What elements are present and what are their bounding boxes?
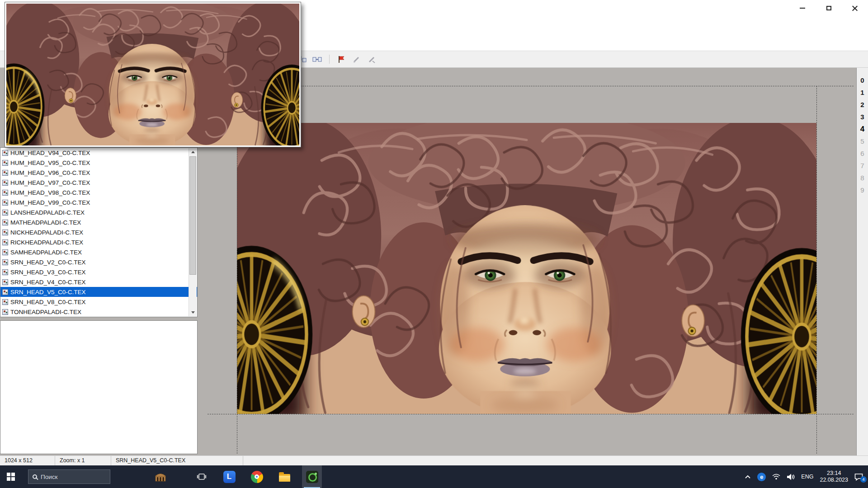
scrollbar-thumb[interactable] [189,156,196,275]
tex-file-icon [2,200,8,206]
mip-level-6[interactable]: 6 [857,147,868,160]
taskbar-clock[interactable]: 23:14 22.08.2023 [820,470,848,483]
tex-file-icon [2,259,8,265]
file-list-item[interactable]: HUM_HEAD_V96_C0-C.TEX [0,168,197,178]
mip-level-0[interactable]: 0 [857,74,868,86]
file-name: HUM_HEAD_V95_C0-C.TEX [10,160,90,166]
file-list-item[interactable]: HUM_HEAD_V94_C0-C.TEX [0,148,197,158]
tex-file-icon [2,239,8,245]
link-tiles-button[interactable] [311,53,323,65]
file-name: SRN_HEAD_V5_C0-C.TEX [10,289,86,296]
notification-badge: 4 [860,476,867,483]
volume-icon[interactable] [787,474,795,480]
mip-level-9[interactable]: 9 [857,184,868,196]
toolbar-icons [296,53,378,65]
file-name: HUM_HEAD_V99_C0-C.TEX [10,199,90,206]
file-name: SRN_HEAD_V2_C0-C.TEX [10,259,86,266]
edit-disabled-button[interactable] [351,53,363,65]
file-list-item[interactable]: HUM_HEAD_V99_C0-C.TEX [0,197,197,207]
texture-preview[interactable] [5,2,301,147]
search-icon [33,474,37,479]
tex-file-icon [2,289,8,295]
mip-level-3[interactable]: 3 [857,111,868,123]
file-name: SAMHEADPALADI-C.TEX [10,249,82,256]
file-list-item[interactable]: LANSHEADPALADI-C.TEX [0,207,197,217]
search-input[interactable] [41,474,99,480]
antivirus-letter: e [760,474,763,480]
taskbar-search[interactable] [28,469,110,484]
close-button[interactable] [842,0,868,16]
file-name: SRN_HEAD_V8_C0-C.TEX [10,299,86,305]
notification-center-button[interactable]: 4 [854,473,863,481]
tex-file-icon [2,279,8,285]
taskbar-app-texviewer-active[interactable] [302,465,322,488]
game-app-icon [155,471,166,482]
tex-file-icon [2,190,8,196]
toolbar-separator [329,55,330,64]
file-list-item[interactable]: RICKHEADPALADI-C.TEX [0,237,197,247]
file-list-item[interactable]: HUM_HEAD_V98_C0-C.TEX [0,188,197,197]
tex-file-icon [2,150,8,156]
start-button[interactable] [0,465,22,488]
selection-guide-top [237,86,854,86]
tray-expand-icon[interactable] [745,474,751,479]
flag-button[interactable] [335,53,347,65]
file-list-item[interactable]: SAMHEADPALADI-C.TEX [0,247,197,257]
tex-file-icon [2,210,8,216]
minimize-button[interactable] [789,0,816,16]
tex-file-icon [2,299,8,305]
file-name: NICKHEADPALADI-C.TEX [10,229,83,236]
network-icon[interactable] [772,474,780,480]
taskbar-app-game[interactable] [151,465,170,488]
file-list: HUM_HEAD_V94_C0-C.TEX HUM_HEAD_V95_C0-C.… [0,147,198,317]
file-name: LANSHEADPALADI-C.TEX [10,209,85,216]
status-filler [243,456,868,465]
details-panel [0,320,198,454]
file-name: HUM_HEAD_V94_C0-C.TEX [10,150,90,156]
taskbar-app-chrome[interactable] [247,465,267,488]
taskbar-app-explorer[interactable] [274,465,294,488]
cut-disabled-button[interactable] [366,53,378,65]
mip-level-1[interactable]: 1 [857,86,868,99]
maximize-button[interactable] [816,0,842,16]
file-list-scrollbar[interactable] [189,148,197,316]
file-list-item-selected[interactable]: SRN_HEAD_V5_C0-C.TEX [0,287,197,297]
red-flag-icon [337,56,345,63]
caption-buttons [789,0,868,16]
clock-date: 22.08.2023 [820,477,848,483]
file-name: SRN_HEAD_V4_C0-C.TEX [10,279,86,286]
taskbar-app-l[interactable]: L [219,465,239,488]
antivirus-icon[interactable]: e [757,473,766,481]
mip-level-8[interactable]: 8 [857,172,868,184]
file-list-item[interactable]: SRN_HEAD_V8_C0-C.TEX [0,297,197,307]
file-list-item[interactable]: NICKHEADPALADI-C.TEX [0,227,197,237]
scroll-down-button[interactable] [189,309,197,316]
file-list-item[interactable]: SRN_HEAD_V4_C0-C.TEX [0,277,197,287]
file-list-item[interactable]: HUM_HEAD_V95_C0-C.TEX [0,158,197,168]
tex-file-icon [2,170,8,176]
scroll-up-button[interactable] [189,148,197,156]
taskbar-task-view-button[interactable] [192,465,212,488]
file-list-item[interactable]: MATHEADPALADI-C.TEX [0,217,197,227]
language-indicator[interactable]: ENG [801,474,813,480]
file-name: HUM_HEAD_V96_C0-C.TEX [10,169,90,176]
tex-file-icon [2,180,8,186]
tex-file-icon [2,249,8,255]
file-list-item[interactable]: SRN_HEAD_V3_C0-C.TEX [0,267,197,277]
clock-time: 23:14 [820,470,848,477]
arrow-down-icon [191,311,195,314]
edit-disabled-icon [353,56,361,63]
file-list-item[interactable]: HUM_HEAD_V97_C0-C.TEX [0,178,197,188]
mip-level-5[interactable]: 5 [857,135,868,147]
file-list-item[interactable]: SRN_HEAD_V2_C0-C.TEX [0,257,197,267]
file-list-item[interactable]: TONHEADPALADI-C.TEX [0,307,197,317]
status-bar: 1024 x 512 Zoom: x 1 SRN_HEAD_V5_C0-C.TE… [0,455,868,465]
close-icon [852,5,858,11]
mip-level-4-selected[interactable]: 4 [857,123,868,135]
mip-level-2[interactable]: 2 [857,99,868,111]
texture-view[interactable] [237,123,816,414]
start-icon [7,473,15,481]
l-app-letter: L [227,472,231,481]
mip-level-7[interactable]: 7 [857,160,868,172]
file-name: RICKHEADPALADI-C.TEX [10,239,83,246]
